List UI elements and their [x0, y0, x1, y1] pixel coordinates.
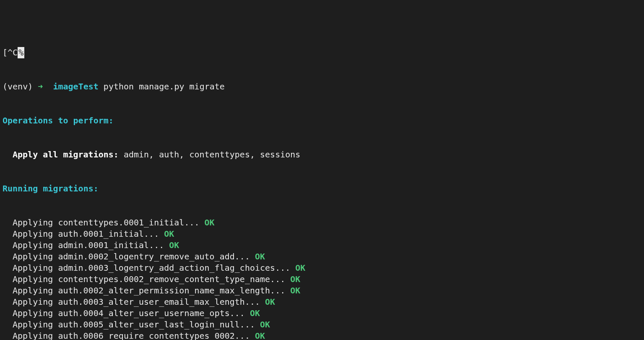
migration-line: Applying contenttypes.0001_initial... OK	[3, 217, 641, 228]
migration-name: auth.0006_require_contenttypes_0002	[58, 331, 234, 340]
dots: ...	[235, 331, 255, 340]
migration-line: Applying admin.0003_logentry_add_action_…	[3, 262, 641, 274]
running-header: Running migrations:	[3, 183, 641, 194]
ok-label: OK	[255, 331, 265, 340]
migration-line: Applying contenttypes.0002_remove_conten…	[3, 274, 641, 285]
prompt-line-migrate[interactable]: (venv) ➜ imageTest python manage.py migr…	[3, 81, 641, 92]
dots: ...	[240, 319, 260, 330]
ok-label: OK	[290, 274, 300, 284]
dots: ...	[144, 229, 164, 239]
migration-name: auth.0001_initial	[58, 229, 144, 239]
migration-line: Applying auth.0002_alter_permission_name…	[3, 285, 641, 296]
ok-label: OK	[260, 319, 270, 330]
migration-name: contenttypes.0001_initial	[58, 217, 184, 228]
dots: ...	[230, 308, 250, 318]
dots: ...	[245, 297, 265, 307]
ok-label: OK	[265, 297, 275, 307]
ok-label: OK	[255, 251, 265, 262]
migration-name: admin.0001_initial	[58, 240, 149, 250]
migration-line: Applying admin.0001_initial... OK	[3, 240, 641, 251]
dots: ...	[270, 285, 290, 296]
migration-line: Applying auth.0001_initial... OK	[3, 228, 641, 240]
ok-label: OK	[205, 217, 215, 228]
ok-label: OK	[290, 285, 300, 296]
migration-line: Applying auth.0005_alter_user_last_login…	[3, 319, 641, 330]
migration-line: Applying auth.0004_alter_user_username_o…	[3, 308, 641, 319]
apply-prefix: Applying	[13, 285, 58, 296]
dots: ...	[235, 251, 255, 262]
migration-name: auth.0003_alter_user_email_max_length	[58, 297, 245, 307]
dots: ...	[184, 217, 204, 228]
migration-line: Applying auth.0003_alter_user_email_max_…	[3, 296, 641, 308]
terminal-interrupt-line: [^C%	[3, 47, 641, 58]
ok-label: OK	[164, 229, 174, 239]
migration-name: auth.0002_alter_permission_name_max_leng…	[58, 285, 270, 296]
ok-label: OK	[169, 240, 179, 250]
command-migrate: python manage.py migrate	[104, 81, 225, 92]
migration-name: contenttypes.0002_remove_content_type_na…	[58, 274, 270, 284]
apply-prefix: Applying	[13, 240, 58, 250]
migration-line: Applying admin.0002_logentry_remove_auto…	[3, 251, 641, 262]
migration-line: Applying auth.0006_require_contenttypes_…	[3, 330, 641, 340]
operations-header: Operations to perform:	[3, 115, 641, 126]
dots: ...	[275, 263, 295, 273]
ok-label: OK	[250, 308, 260, 318]
apply-prefix: Applying	[13, 251, 58, 262]
migration-name: auth.0004_alter_user_username_opts	[58, 308, 229, 318]
arrow-icon: ➜	[38, 81, 43, 92]
apply-prefix: Applying	[13, 263, 58, 273]
apply-prefix: Applying	[13, 331, 58, 340]
cwd-label: imageTest	[53, 81, 98, 92]
migration-name: auth.0005_alter_user_last_login_null	[58, 319, 239, 330]
dots: ...	[149, 240, 169, 250]
venv-label: (venv)	[3, 81, 33, 92]
apply-prefix: Applying	[13, 229, 58, 239]
ok-label: OK	[295, 263, 305, 273]
apply-prefix: Applying	[13, 274, 58, 284]
apply-prefix: Applying	[13, 319, 58, 330]
migration-list: Applying contenttypes.0001_initial... OK…	[3, 217, 641, 340]
migration-name: admin.0002_logentry_remove_auto_add	[58, 251, 234, 262]
dots: ...	[270, 274, 290, 284]
apply-prefix: Applying	[13, 217, 58, 228]
apply-all-line: Apply all migrations: admin, auth, conte…	[3, 149, 641, 160]
migration-name: admin.0003_logentry_add_action_flag_choi…	[58, 263, 275, 273]
apply-prefix: Applying	[13, 297, 58, 307]
apply-prefix: Applying	[13, 308, 58, 318]
